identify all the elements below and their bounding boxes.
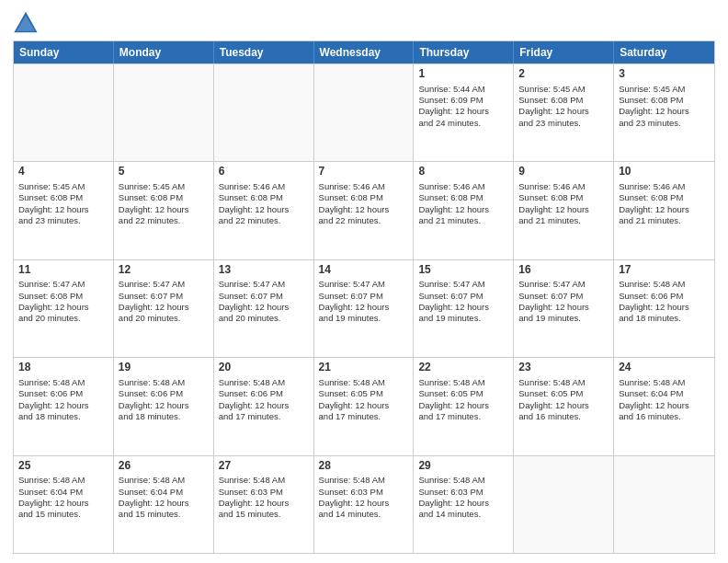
- calendar-cell-11: 11Sunrise: 5:47 AM Sunset: 6:08 PM Dayli…: [14, 260, 114, 357]
- calendar-cell-empty-0-3: [314, 64, 415, 161]
- day-number: 11: [18, 263, 108, 278]
- day-number: 10: [619, 165, 710, 179]
- header-day-thursday: Thursday: [414, 41, 514, 63]
- day-info: Sunrise: 5:48 AM Sunset: 6:03 PM Dayligh…: [418, 475, 489, 519]
- day-number: 12: [119, 263, 209, 278]
- day-number: 1: [418, 67, 508, 82]
- day-info: Sunrise: 5:48 AM Sunset: 6:06 PM Dayligh…: [619, 279, 689, 323]
- day-info: Sunrise: 5:46 AM Sunset: 6:08 PM Dayligh…: [319, 181, 390, 225]
- calendar-cell-empty-4-6: [614, 456, 714, 553]
- day-number: 20: [219, 361, 309, 375]
- page: SundayMondayTuesdayWednesdayThursdayFrid…: [0, 0, 728, 563]
- calendar-header: SundayMondayTuesdayWednesdayThursdayFrid…: [14, 41, 714, 63]
- day-info: Sunrise: 5:47 AM Sunset: 6:07 PM Dayligh…: [219, 279, 290, 323]
- day-info: Sunrise: 5:48 AM Sunset: 6:04 PM Dayligh…: [619, 377, 689, 421]
- calendar-cell-9: 9Sunrise: 5:46 AM Sunset: 6:08 PM Daylig…: [514, 162, 614, 259]
- calendar-cell-20: 20Sunrise: 5:48 AM Sunset: 6:06 PM Dayli…: [214, 358, 314, 454]
- calendar-cell-2: 2Sunrise: 5:45 AM Sunset: 6:08 PM Daylig…: [514, 64, 614, 161]
- calendar-body: 1Sunrise: 5:44 AM Sunset: 6:09 PM Daylig…: [14, 63, 714, 553]
- day-info: Sunrise: 5:46 AM Sunset: 6:08 PM Dayligh…: [518, 181, 589, 225]
- calendar-cell-13: 13Sunrise: 5:47 AM Sunset: 6:07 PM Dayli…: [214, 260, 314, 357]
- day-number: 15: [418, 263, 508, 278]
- calendar-cell-26: 26Sunrise: 5:48 AM Sunset: 6:04 PM Dayli…: [114, 456, 214, 553]
- header-day-tuesday: Tuesday: [214, 41, 314, 63]
- day-number: 8: [418, 165, 508, 179]
- day-info: Sunrise: 5:48 AM Sunset: 6:06 PM Dayligh…: [18, 377, 89, 421]
- day-info: Sunrise: 5:48 AM Sunset: 6:05 PM Dayligh…: [518, 377, 589, 421]
- day-number: 4: [18, 165, 108, 179]
- calendar-cell-27: 27Sunrise: 5:48 AM Sunset: 6:03 PM Dayli…: [214, 456, 314, 553]
- calendar-cell-15: 15Sunrise: 5:47 AM Sunset: 6:07 PM Dayli…: [414, 260, 514, 357]
- calendar-cell-8: 8Sunrise: 5:46 AM Sunset: 6:08 PM Daylig…: [414, 162, 514, 259]
- day-info: Sunrise: 5:48 AM Sunset: 6:05 PM Dayligh…: [319, 377, 390, 421]
- day-info: Sunrise: 5:48 AM Sunset: 6:03 PM Dayligh…: [319, 475, 390, 519]
- day-info: Sunrise: 5:47 AM Sunset: 6:08 PM Dayligh…: [18, 279, 89, 323]
- day-number: 18: [18, 361, 108, 375]
- calendar-cell-3: 3Sunrise: 5:45 AM Sunset: 6:08 PM Daylig…: [614, 64, 714, 161]
- day-info: Sunrise: 5:47 AM Sunset: 6:07 PM Dayligh…: [319, 279, 390, 323]
- calendar-cell-29: 29Sunrise: 5:48 AM Sunset: 6:03 PM Dayli…: [414, 456, 514, 553]
- calendar-cell-28: 28Sunrise: 5:48 AM Sunset: 6:03 PM Dayli…: [314, 456, 415, 553]
- day-info: Sunrise: 5:45 AM Sunset: 6:08 PM Dayligh…: [619, 84, 689, 128]
- calendar-cell-5: 5Sunrise: 5:45 AM Sunset: 6:08 PM Daylig…: [114, 162, 214, 259]
- day-info: Sunrise: 5:47 AM Sunset: 6:07 PM Dayligh…: [518, 279, 589, 323]
- calendar-row-3: 18Sunrise: 5:48 AM Sunset: 6:06 PM Dayli…: [14, 357, 714, 454]
- calendar-cell-empty-0-1: [114, 64, 214, 161]
- day-info: Sunrise: 5:48 AM Sunset: 6:05 PM Dayligh…: [418, 377, 489, 421]
- logo-icon: [13, 9, 39, 35]
- day-info: Sunrise: 5:48 AM Sunset: 6:06 PM Dayligh…: [119, 377, 189, 421]
- day-number: 17: [619, 263, 710, 278]
- day-number: 2: [518, 67, 609, 82]
- calendar-cell-4: 4Sunrise: 5:45 AM Sunset: 6:08 PM Daylig…: [14, 162, 114, 259]
- day-number: 6: [219, 165, 309, 179]
- calendar-row-1: 4Sunrise: 5:45 AM Sunset: 6:08 PM Daylig…: [14, 161, 714, 259]
- day-number: 29: [418, 459, 508, 474]
- calendar-cell-24: 24Sunrise: 5:48 AM Sunset: 6:04 PM Dayli…: [614, 358, 714, 454]
- day-number: 22: [418, 361, 508, 375]
- day-info: Sunrise: 5:46 AM Sunset: 6:08 PM Dayligh…: [418, 181, 489, 225]
- calendar-cell-6: 6Sunrise: 5:46 AM Sunset: 6:08 PM Daylig…: [214, 162, 314, 259]
- header-day-friday: Friday: [514, 41, 614, 63]
- day-info: Sunrise: 5:45 AM Sunset: 6:08 PM Dayligh…: [518, 84, 589, 128]
- calendar: SundayMondayTuesdayWednesdayThursdayFrid…: [13, 40, 715, 554]
- calendar-cell-empty-0-2: [214, 64, 314, 161]
- day-number: 5: [119, 165, 209, 179]
- logo: [13, 9, 42, 35]
- day-number: 9: [518, 165, 609, 179]
- day-number: 7: [319, 165, 409, 179]
- calendar-row-4: 25Sunrise: 5:48 AM Sunset: 6:04 PM Dayli…: [14, 455, 714, 553]
- calendar-cell-7: 7Sunrise: 5:46 AM Sunset: 6:08 PM Daylig…: [314, 162, 415, 259]
- calendar-cell-22: 22Sunrise: 5:48 AM Sunset: 6:05 PM Dayli…: [414, 358, 514, 454]
- day-info: Sunrise: 5:48 AM Sunset: 6:06 PM Dayligh…: [219, 377, 290, 421]
- day-number: 13: [219, 263, 309, 278]
- calendar-row-0: 1Sunrise: 5:44 AM Sunset: 6:09 PM Daylig…: [14, 63, 714, 161]
- calendar-cell-empty-0-0: [14, 64, 114, 161]
- day-info: Sunrise: 5:48 AM Sunset: 6:04 PM Dayligh…: [18, 475, 89, 519]
- calendar-cell-25: 25Sunrise: 5:48 AM Sunset: 6:04 PM Dayli…: [14, 456, 114, 553]
- calendar-cell-18: 18Sunrise: 5:48 AM Sunset: 6:06 PM Dayli…: [14, 358, 114, 454]
- day-info: Sunrise: 5:44 AM Sunset: 6:09 PM Dayligh…: [418, 84, 489, 128]
- calendar-cell-16: 16Sunrise: 5:47 AM Sunset: 6:07 PM Dayli…: [514, 260, 614, 357]
- calendar-cell-17: 17Sunrise: 5:48 AM Sunset: 6:06 PM Dayli…: [614, 260, 714, 357]
- calendar-cell-12: 12Sunrise: 5:47 AM Sunset: 6:07 PM Dayli…: [114, 260, 214, 357]
- calendar-cell-empty-4-5: [514, 456, 614, 553]
- day-info: Sunrise: 5:46 AM Sunset: 6:08 PM Dayligh…: [619, 181, 689, 225]
- calendar-cell-14: 14Sunrise: 5:47 AM Sunset: 6:07 PM Dayli…: [314, 260, 415, 357]
- calendar-cell-1: 1Sunrise: 5:44 AM Sunset: 6:09 PM Daylig…: [414, 64, 514, 161]
- day-info: Sunrise: 5:46 AM Sunset: 6:08 PM Dayligh…: [219, 181, 290, 225]
- day-info: Sunrise: 5:48 AM Sunset: 6:03 PM Dayligh…: [219, 475, 290, 519]
- header-day-sunday: Sunday: [14, 41, 114, 63]
- day-number: 26: [119, 459, 209, 474]
- calendar-cell-19: 19Sunrise: 5:48 AM Sunset: 6:06 PM Dayli…: [114, 358, 214, 454]
- day-number: 27: [219, 459, 309, 474]
- day-number: 25: [18, 459, 108, 474]
- header-day-saturday: Saturday: [614, 41, 714, 63]
- day-number: 3: [619, 67, 710, 82]
- day-number: 21: [319, 361, 409, 375]
- header: [13, 9, 715, 35]
- calendar-cell-23: 23Sunrise: 5:48 AM Sunset: 6:05 PM Dayli…: [514, 358, 614, 454]
- day-number: 24: [619, 361, 710, 375]
- day-number: 14: [319, 263, 409, 278]
- calendar-cell-21: 21Sunrise: 5:48 AM Sunset: 6:05 PM Dayli…: [314, 358, 415, 454]
- day-number: 16: [518, 263, 609, 278]
